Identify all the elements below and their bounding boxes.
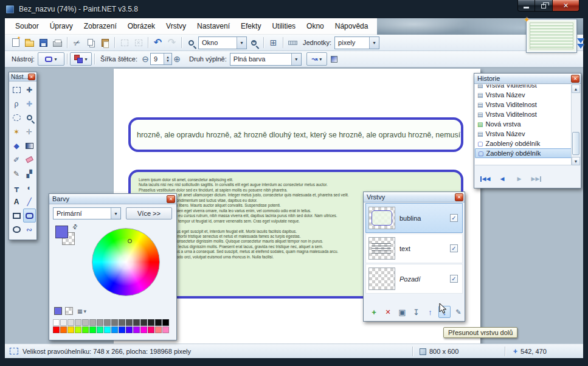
tool-move-selection[interactable]: ✚: [23, 97, 36, 111]
palette-swatch[interactable]: [126, 319, 133, 326]
history-item[interactable]: ▤Vrstva Viditelnost: [475, 100, 572, 109]
units-select[interactable]: pixely ▾: [334, 36, 379, 49]
tool-gradient[interactable]: [23, 139, 36, 153]
tool-eraser[interactable]: [23, 153, 36, 167]
current-tool-button[interactable]: ▾: [38, 52, 64, 66]
tool-zoom[interactable]: [23, 111, 36, 125]
palette-swatch[interactable]: [126, 326, 133, 333]
layer-row-pozadi[interactable]: Pozadí ✓: [365, 264, 463, 294]
deselect-button[interactable]: ✕: [131, 36, 145, 49]
tool-move-pixels[interactable]: ✚: [23, 83, 36, 97]
tool-rectangle-select[interactable]: [10, 83, 23, 97]
layer-visibility-checkbox[interactable]: ✓: [450, 214, 458, 222]
restore-button[interactable]: [535, 0, 552, 12]
titlebar[interactable]: Bez_nazvu (74%) - Paint.NET v3.5.8 ✕: [0, 0, 588, 18]
tool-ellipse[interactable]: [10, 223, 23, 237]
tools-panel-close-button[interactable]: ✕: [28, 74, 35, 80]
palette-swatch[interactable]: [75, 319, 81, 326]
menu-zobrazeni[interactable]: Zobrazení: [78, 19, 122, 33]
palette-swatch[interactable]: [133, 326, 140, 333]
colors-swap-button[interactable]: ▾: [70, 52, 92, 66]
tool-pencil[interactable]: ✎: [10, 167, 23, 181]
brush-width-decrease-button[interactable]: ⊖: [140, 52, 150, 66]
undo-button[interactable]: ↶: [151, 36, 165, 49]
scrollbar-thumb[interactable]: [572, 132, 579, 155]
crop-to-selection-button[interactable]: [117, 36, 131, 49]
cut-button[interactable]: ✂: [70, 36, 84, 49]
history-item[interactable]: ▤Vrstva Viditelnost: [475, 85, 572, 90]
menu-soubor[interactable]: Soubor: [10, 19, 44, 33]
palette-swatch[interactable]: [97, 326, 103, 333]
tool-text[interactable]: A: [10, 195, 23, 209]
palette-swatch[interactable]: [119, 319, 125, 326]
image-list-chevron-icon[interactable]: [577, 38, 584, 49]
layer-visibility-checkbox[interactable]: ✓: [450, 244, 458, 252]
save-button[interactable]: [36, 36, 50, 49]
swap-colors-icon[interactable]: ⇄: [71, 223, 79, 231]
tool-paint-bucket[interactable]: ◆: [10, 139, 23, 153]
tool-color-picker[interactable]: ▞: [23, 167, 36, 181]
menu-utilities[interactable]: Utilities: [266, 19, 301, 33]
palette-swatch[interactable]: [89, 326, 96, 333]
menu-efekty[interactable]: Efekty: [235, 19, 266, 33]
tool-recolor[interactable]: ◐: [23, 181, 36, 195]
print-button[interactable]: [50, 36, 64, 49]
move-layer-up-button[interactable]: ↑: [424, 306, 437, 318]
menu-okno[interactable]: Okno: [301, 19, 330, 33]
new-file-button[interactable]: [9, 36, 22, 49]
history-panel-titlebar[interactable]: Historie ✕: [474, 74, 581, 84]
tool-rounded-rectangle[interactable]: [23, 209, 36, 223]
more-options-button[interactable]: Více >>: [126, 207, 172, 219]
scroll-down-arrow[interactable]: ▼: [572, 157, 580, 165]
tool-clone-stamp[interactable]: ┳: [10, 181, 23, 195]
menu-obrazek[interactable]: Obrázek: [122, 19, 161, 33]
history-item[interactable]: ▤Vrstva Název: [475, 129, 572, 139]
rulers-toggle-button[interactable]: [286, 36, 300, 49]
color-mode-select[interactable]: Primární ▾: [53, 207, 121, 219]
minimize-button[interactable]: [517, 0, 535, 12]
history-item[interactable]: ▢Zaoblený obdélník: [475, 139, 572, 148]
palette-swatch[interactable]: [140, 326, 147, 333]
image-thumbnail[interactable]: ✦: [527, 19, 576, 52]
palette-swatch[interactable]: [111, 326, 118, 333]
menu-vrstvy[interactable]: Vrstvy: [161, 19, 192, 33]
palette-swatch[interactable]: [104, 319, 111, 326]
palette-swatch[interactable]: [140, 319, 147, 326]
brush-width-increase-button[interactable]: ⊕: [172, 52, 182, 66]
mini-primary-swatch[interactable]: [54, 307, 62, 315]
menu-upravy[interactable]: Úpravy: [44, 19, 78, 33]
layer-properties-button[interactable]: ✎: [452, 306, 465, 318]
add-layer-button[interactable]: +: [368, 306, 380, 318]
palette-swatch[interactable]: [162, 326, 169, 333]
tool-magic-wand[interactable]: ✶: [10, 125, 23, 139]
palette-swatch[interactable]: [162, 319, 169, 326]
layer-visibility-checkbox[interactable]: ✓: [450, 275, 458, 283]
redo-button[interactable]: ↷: [165, 36, 179, 49]
line-style-button[interactable]: ↝ ▾: [306, 52, 327, 66]
fill-style-select[interactable]: Plná barva ▾: [230, 53, 302, 66]
tool-lasso-select[interactable]: ρ: [10, 97, 23, 111]
palette-swatch[interactable]: [133, 319, 140, 326]
palette-swatch[interactable]: [82, 319, 89, 326]
tool-ellipse-select[interactable]: [10, 111, 23, 125]
scroll-up-arrow[interactable]: ▲: [572, 85, 580, 93]
history-item[interactable]: ▤Vrstva Viditelnost: [475, 109, 572, 119]
layer-row-text[interactable]: text ✓: [365, 233, 463, 263]
colors-panel-close-button[interactable]: ✕: [167, 195, 175, 203]
palette-swatch[interactable]: [60, 326, 67, 333]
palette-swatch[interactable]: [97, 319, 103, 326]
palette-swatch[interactable]: [148, 319, 154, 326]
open-button[interactable]: [22, 36, 36, 49]
palette-swatch[interactable]: [155, 319, 162, 326]
palette-swatch[interactable]: [89, 319, 96, 326]
zoom-out-button[interactable]: [184, 36, 198, 49]
history-scrollbar[interactable]: ▲ ▼: [571, 85, 580, 165]
palette-swatch[interactable]: [75, 326, 81, 333]
tool-paintbrush[interactable]: ✐: [10, 153, 23, 167]
tool-rectangle[interactable]: [10, 209, 23, 223]
palette-swatch[interactable]: [53, 326, 60, 333]
palette-swatch[interactable]: [67, 326, 74, 333]
tools-panel-titlebar[interactable]: Nást... ✕: [9, 72, 36, 81]
colors-panel-titlebar[interactable]: Barvy ✕: [49, 194, 176, 204]
palette-menu-button[interactable]: ▦ ▾: [77, 307, 94, 316]
